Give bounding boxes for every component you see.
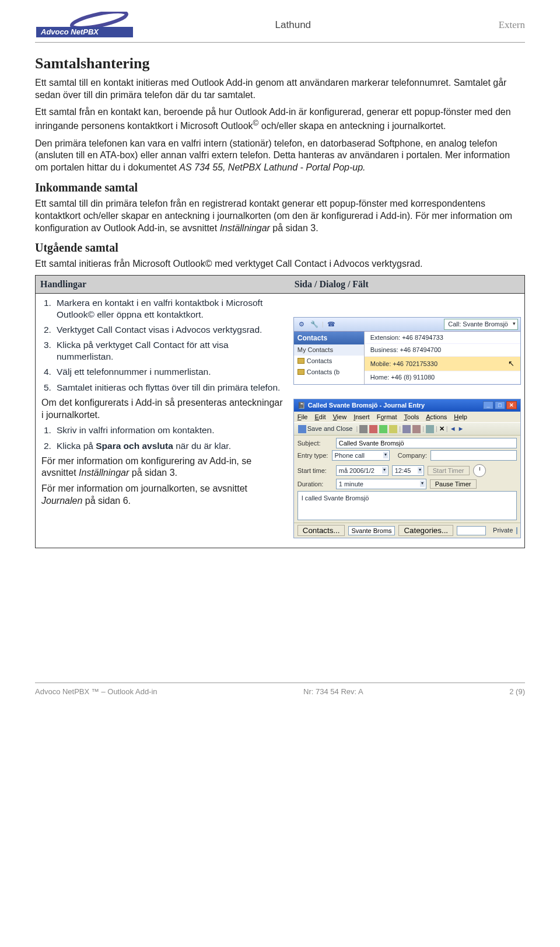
page-header: Advoco NetPBX Lathund Extern [35, 12, 525, 43]
step-4: 4.Välj ett telefonnummer i nummerlistan. [41, 366, 284, 378]
private-label: Private [493, 526, 513, 535]
entry-type-combo[interactable]: Phone call [332, 450, 390, 461]
contacts-item-2[interactable]: Contacts (b [294, 367, 364, 378]
menu-file[interactable]: File [298, 413, 308, 422]
next-icon[interactable]: ► [458, 424, 464, 433]
pause-timer-button[interactable]: Pause Timer [430, 479, 477, 489]
footer-left: Advoco NetPBX ™ – Outlook Add-in [35, 687, 158, 697]
para-1: Ett samtal till en kontakt initieras med… [35, 77, 525, 102]
number-business[interactable]: Business: +46 87494700 [365, 344, 520, 357]
minimize-button[interactable]: _ [483, 401, 494, 409]
company-input[interactable] [430, 450, 517, 461]
para-5: Ett samtal initieras från Microsoft Outl… [35, 258, 525, 270]
categories-value[interactable] [457, 526, 486, 535]
delete-icon[interactable]: ✕ [439, 424, 444, 433]
bottom-bar: Contacts... Categories... Private [294, 523, 520, 538]
journal-icon: 📓 [298, 401, 306, 410]
contacts-folder-icon [298, 358, 304, 364]
step-1: 1.Markera en kontakt i en valfri kontakt… [41, 297, 284, 321]
my-contacts-label: My Contacts [294, 344, 364, 356]
journal-form: Subject: Entry type: Phone call Company:… [294, 436, 520, 523]
contacts-item-1[interactable]: Contacts [294, 356, 364, 367]
start-timer-button[interactable]: Start Timer [428, 466, 470, 475]
footer-center: Nr: 734 54 Rev: A [303, 687, 363, 697]
close-button[interactable]: ✕ [506, 401, 517, 409]
print-icon[interactable] [359, 425, 368, 433]
step-3: 3.Klicka på verktyget Call Contact för a… [41, 339, 284, 363]
col-header-right: Sida / Dialog / Fält [290, 276, 524, 293]
memo-field[interactable]: I called Svante Bromsjö [298, 491, 517, 520]
mid-para: Om det konfigurerats i Add-in så present… [41, 397, 284, 422]
page-footer: Advoco NetPBX ™ – Outlook Add-in Nr: 734… [35, 683, 525, 697]
screenshot-call-contact: ⚙ 🔧 | ☎ Call: Svante Bromsjö Contacts My… [293, 317, 521, 385]
number-mobile[interactable]: Mobile: +46 702175330 ↖ [365, 357, 520, 371]
contacts-header: Contacts [294, 332, 364, 344]
phone-icon[interactable]: ☎ [326, 319, 337, 329]
copy-icon[interactable] [379, 425, 387, 433]
window-titlebar: 📓 Called Svante Bromsjö - Journal Entry … [294, 399, 520, 412]
outlook-toolbar: ⚙ 🔧 | ☎ Call: Svante Bromsjö [294, 318, 520, 332]
number-flyout: Extension: +46 87494733 Business: +46 87… [364, 332, 520, 384]
step2-1: 1.Skriv in valfri information om kontakt… [41, 424, 284, 436]
duration-label: Duration: [298, 480, 332, 489]
menu-view[interactable]: View [332, 413, 346, 422]
start-date-combo[interactable]: må 2006/1/2 [336, 465, 388, 476]
para-4: Ett samtal till din primära telefon från… [35, 198, 525, 234]
tail-2: För mer information om journalkorten, se… [41, 483, 284, 507]
call-contact-dropdown[interactable]: Call: Svante Bromsjö [444, 319, 518, 330]
entry-type-label: Entry type: [298, 451, 328, 460]
actions-table: Handlingar Sida / Dialog / Fält 1.Marker… [35, 275, 525, 548]
contacts-pane: Contacts My Contacts Contacts Contacts (… [294, 332, 364, 384]
h2-incoming: Inkommande samtal [35, 180, 525, 196]
private-checkbox[interactable] [516, 527, 517, 534]
number-extension[interactable]: Extension: +46 87494733 [365, 332, 520, 344]
h2-outgoing: Utgående samtal [35, 240, 525, 256]
start-time-combo[interactable]: 12:45 [392, 465, 424, 476]
menu-bar: File Edit View Insert Format Tools Actio… [294, 412, 520, 423]
contacts-value[interactable] [348, 526, 395, 535]
menu-tools[interactable]: Tools [404, 413, 419, 422]
toolbar: Save and Close | | | | ✕ | ◄ ► [294, 422, 520, 436]
number-home[interactable]: Home: +46 (8) 911080 [365, 371, 520, 384]
actions-left: 1.Markera en kontakt i en valfri kontakt… [36, 294, 290, 548]
menu-insert[interactable]: Insert [354, 413, 370, 422]
clock-icon [473, 464, 486, 477]
menu-help[interactable]: Help [454, 413, 467, 422]
book-icon[interactable] [412, 425, 421, 433]
save-close-button[interactable]: Save and Close [296, 424, 355, 434]
start-time-label: Start time: [298, 466, 332, 475]
maximize-button[interactable]: □ [495, 401, 505, 409]
brand-text: Advoco NetPBX [40, 27, 99, 36]
company-label: Company: [398, 451, 427, 460]
brand-logo: Advoco NetPBX [35, 12, 134, 39]
duration-combo[interactable]: 1 minute [336, 479, 426, 489]
para-2: Ett samtal från en kontakt kan, beroende… [35, 106, 525, 133]
paste-icon[interactable] [389, 425, 397, 433]
actions-right: ⚙ 🔧 | ☎ Call: Svante Bromsjö Contacts My… [290, 294, 524, 548]
contacts-folder-icon [298, 369, 304, 375]
step-5: 5.Samtalet initieras och flyttas över ti… [41, 382, 284, 394]
categories-button[interactable]: Categories... [398, 525, 453, 536]
prev-icon[interactable]: ◄ [450, 424, 456, 433]
step-2: 2.Verktyget Call Contact visas i Advocos… [41, 324, 284, 336]
menu-format[interactable]: Format [377, 413, 397, 422]
h1: Samtalshantering [35, 53, 525, 74]
col-header-left: Handlingar [36, 276, 290, 293]
footer-right: 2 (9) [509, 687, 525, 697]
steps-list-1: 1.Markera en kontakt i en valfri kontakt… [41, 297, 284, 394]
tail-1: För mer information om konfigurering av … [41, 455, 284, 480]
menu-actions[interactable]: Actions [426, 413, 447, 422]
disk-icon [298, 425, 306, 433]
cut-icon[interactable] [369, 425, 377, 433]
para-3: Den primära telefonen kan vara en valfri… [35, 138, 525, 174]
wrench-icon[interactable]: 🔧 [309, 319, 320, 329]
cursor-icon: ↖ [508, 358, 514, 369]
attach-icon[interactable] [402, 425, 411, 433]
tool-icon[interactable]: ⚙ [296, 319, 307, 329]
step2-2: 2.Klicka på Spara och avsluta när du är … [41, 440, 284, 452]
screenshot-journal-entry: 📓 Called Svante Bromsjö - Journal Entry … [293, 399, 521, 539]
subject-input[interactable] [336, 438, 517, 448]
contacts-button[interactable]: Contacts... [298, 525, 345, 536]
nav-icon[interactable] [426, 425, 434, 433]
menu-edit[interactable]: Edit [315, 413, 326, 422]
